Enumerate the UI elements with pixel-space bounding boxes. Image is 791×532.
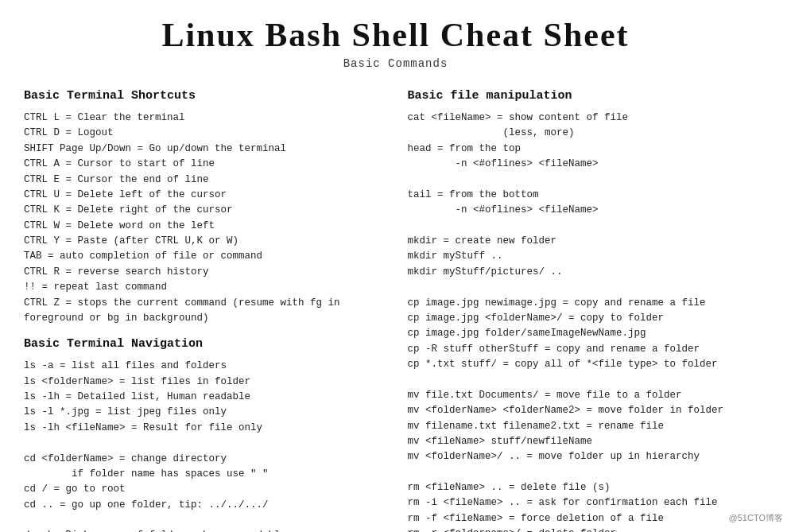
watermark: @51CTO博客 [729, 512, 783, 524]
page-subtitle: Basic Commands [24, 57, 767, 70]
file-manipulation-content: cat <fileName> = show content of file (l… [408, 111, 768, 532]
navigation-title: Basic Terminal Navigation [24, 337, 384, 351]
file-manipulation-title: Basic file manipulation [408, 89, 768, 103]
page-title: Linux Bash Shell Cheat Sheet [24, 16, 767, 54]
shortcuts-title: Basic Terminal Shortcuts [24, 89, 384, 103]
right-column: Basic file manipulation cat <fileName> =… [408, 89, 768, 532]
left-column: Basic Terminal Shortcuts CTRL L = Clear … [24, 89, 384, 532]
shortcuts-content: CTRL L = Clear the terminal CTRL D = Log… [24, 111, 384, 326]
navigation-content: ls -a = list all files and folders ls <f… [24, 359, 384, 532]
main-content: Basic Terminal Shortcuts CTRL L = Clear … [24, 89, 767, 532]
